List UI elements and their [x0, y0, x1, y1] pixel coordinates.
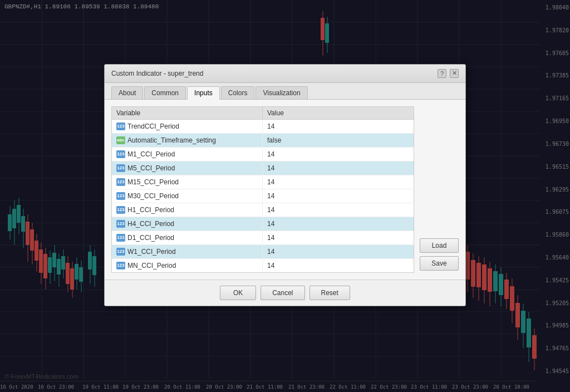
- tab-common[interactable]: Common: [144, 86, 186, 99]
- tab-visualization[interactable]: Visualization: [255, 86, 307, 99]
- cell-variable: 123 D1_CCI_Period: [112, 231, 263, 244]
- icon-123: 123: [116, 233, 125, 242]
- icon-123: 123: [116, 192, 125, 200]
- cell-value[interactable]: 14: [263, 259, 414, 272]
- cell-variable: 123 M5_CCI_Period: [112, 161, 263, 175]
- dialog-close-button[interactable]: ✕: [450, 69, 459, 78]
- reset-button[interactable]: Reset: [309, 286, 350, 300]
- table-row[interactable]: 123 M1_CCI_Period 14: [112, 148, 414, 161]
- cell-value[interactable]: 14: [263, 203, 414, 217]
- icon-123: 123: [116, 150, 125, 159]
- dialog-tabs: About Common Inputs Colors Visualization: [105, 83, 465, 100]
- cell-variable: 123 W1_CCI_Period: [112, 245, 263, 258]
- cell-variable: 123 M15_CCI_Period: [112, 175, 263, 189]
- save-button[interactable]: Save: [420, 256, 459, 271]
- icon-123: 123: [116, 247, 125, 256]
- table-row[interactable]: 123 TrendCCI_Period 14: [112, 120, 414, 134]
- tab-inputs[interactable]: Inputs: [187, 86, 220, 100]
- dialog-content: Variable Value 123 TrendCCI_Period 14: [105, 100, 465, 280]
- table-row[interactable]: 123 H4_CCI_Period 14: [112, 217, 414, 231]
- cell-value[interactable]: 14: [263, 189, 414, 203]
- cell-value[interactable]: 14: [263, 161, 414, 175]
- icon-123: 123: [116, 219, 125, 228]
- cell-value[interactable]: 14: [263, 175, 414, 189]
- dialog-help-button[interactable]: ?: [438, 69, 446, 78]
- col-value-header: Value: [263, 107, 414, 119]
- ok-button[interactable]: OK: [220, 286, 256, 300]
- tab-about[interactable]: About: [111, 86, 143, 99]
- table-row[interactable]: 123 D1_CCI_Period 14: [112, 231, 414, 245]
- cell-variable: abc Automatic_Timeframe_setting: [112, 134, 263, 147]
- cell-variable: 123 H4_CCI_Period: [112, 217, 263, 231]
- dialog-title: Custom Indicator - super_trend: [111, 70, 203, 77]
- cell-value[interactable]: 14: [263, 120, 414, 133]
- cell-variable: 123 M30_CCI_Period: [112, 189, 263, 203]
- cell-variable: 123 TrendCCI_Period: [112, 120, 263, 133]
- cell-variable: 123 M1_CCI_Period: [112, 148, 263, 161]
- dialog-overlay: Custom Indicator - super_trend ? ✕ About…: [0, 0, 570, 392]
- cell-value[interactable]: false: [263, 134, 414, 147]
- dialog-controls: ? ✕: [438, 69, 459, 78]
- indicator-dialog: Custom Indicator - super_trend ? ✕ About…: [104, 64, 466, 306]
- cell-value[interactable]: 14: [263, 245, 414, 258]
- table-row[interactable]: 123 M30_CCI_Period 14: [112, 189, 414, 203]
- icon-abc: abc: [116, 136, 125, 145]
- table-row[interactable]: 123 H1_CCI_Period 14: [112, 203, 414, 217]
- cell-value[interactable]: 14: [263, 231, 414, 244]
- table-header: Variable Value: [112, 107, 414, 120]
- icon-123: 123: [116, 178, 125, 187]
- icon-123: 123: [116, 122, 125, 131]
- cell-value[interactable]: 14: [263, 217, 414, 231]
- tab-colors[interactable]: Colors: [221, 86, 255, 99]
- load-button[interactable]: Load: [420, 238, 459, 253]
- table-row[interactable]: 123 MN_CCI_Period 14: [112, 259, 414, 272]
- table-row[interactable]: abc Automatic_Timeframe_setting false: [112, 134, 414, 148]
- cell-variable: 123 H1_CCI_Period: [112, 203, 263, 217]
- icon-123: 123: [116, 205, 125, 214]
- params-table: Variable Value 123 TrendCCI_Period 14: [111, 106, 414, 273]
- table-row[interactable]: 123 W1_CCI_Period 14: [112, 245, 414, 259]
- table-row[interactable]: 123 M5_CCI_Period 14: [112, 161, 414, 175]
- icon-123: 123: [116, 261, 125, 270]
- cell-variable: 123 MN_CCI_Period: [112, 259, 263, 272]
- table-row[interactable]: 123 M15_CCI_Period 14: [112, 175, 414, 189]
- col-variable-header: Variable: [112, 107, 263, 119]
- cancel-button[interactable]: Cancel: [261, 286, 304, 300]
- icon-123: 123: [116, 164, 125, 173]
- dialog-footer: OK Cancel Reset: [105, 280, 465, 306]
- dialog-side-buttons: Load Save: [420, 106, 459, 273]
- dialog-titlebar: Custom Indicator - super_trend ? ✕: [105, 65, 465, 83]
- cell-value[interactable]: 14: [263, 148, 414, 161]
